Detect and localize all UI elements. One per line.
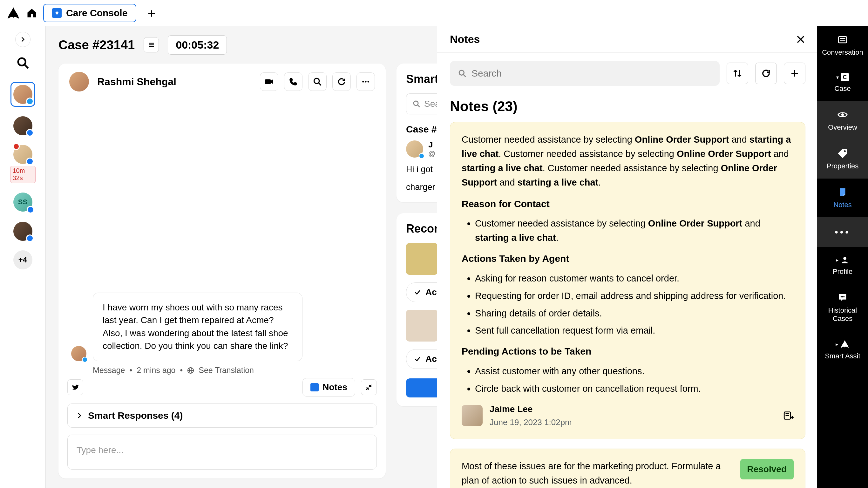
svg-rect-5 xyxy=(265,80,271,84)
note-bullet: Customer needed assistance by selecting … xyxy=(475,216,794,245)
assist-logo-icon xyxy=(840,339,849,349)
customer-avatar xyxy=(69,72,89,92)
rail-smart-assist[interactable]: ▸ Smart Assit xyxy=(817,331,868,369)
note-card: Most of these issues are for the marketi… xyxy=(450,449,805,488)
tab-bar: ✦ Care Console ＋ xyxy=(0,0,868,26)
chevron-right-icon xyxy=(76,412,83,419)
refresh-notes-button[interactable] xyxy=(755,63,777,84)
message-avatar xyxy=(71,346,86,361)
check-icon xyxy=(414,289,421,296)
caret-down-icon: ▾ xyxy=(836,74,839,81)
case-id: Case #23141 xyxy=(58,38,135,52)
message-meta: Message • 2 mins ago • See Translation xyxy=(93,366,373,375)
facebook-badge-icon xyxy=(26,235,34,242)
avatar xyxy=(13,145,32,164)
video-call-button[interactable] xyxy=(260,72,278,91)
facebook-badge-icon xyxy=(26,158,34,165)
note-action-icon[interactable] xyxy=(783,410,794,421)
note-bullet: Circle back with customer on cancellatio… xyxy=(475,382,794,396)
voice-call-button[interactable] xyxy=(284,72,303,91)
add-tab-button[interactable]: ＋ xyxy=(145,4,158,22)
avatar xyxy=(406,141,423,158)
app-logo-icon xyxy=(6,6,20,20)
note-section-heading: Pending Actions to be Taken xyxy=(462,344,794,359)
svg-point-31 xyxy=(841,296,842,297)
notes-header-title: Notes xyxy=(450,33,480,45)
rail-overview[interactable]: Overview xyxy=(817,101,868,140)
message-input[interactable]: Type here... xyxy=(67,435,377,469)
svg-point-32 xyxy=(842,296,843,297)
conversation-5[interactable] xyxy=(10,222,36,241)
note-bullet: Sharing details of order details. xyxy=(475,306,794,321)
note-bullet: Assist customer with any other questions… xyxy=(475,364,794,378)
recommendation-image xyxy=(406,310,438,341)
message-bubble: I have worn my shoes out with so many ra… xyxy=(93,293,303,361)
smart-responses-toggle[interactable]: Smart Responses (4) xyxy=(67,403,377,428)
right-rail: Conversation ▾ C Case Overview Propertie… xyxy=(817,26,868,488)
more-count: +4 xyxy=(13,250,32,269)
svg-point-29 xyxy=(844,150,846,152)
notes-toolbar: Search xyxy=(437,53,818,94)
notes-header: Notes xyxy=(437,26,818,53)
channel-twitter-icon[interactable] xyxy=(67,379,83,395)
notes-search-input[interactable]: Search xyxy=(450,61,720,86)
conversation-4[interactable]: SS xyxy=(10,192,36,212)
notes-list: Customer needed assistance by selecting … xyxy=(437,122,818,488)
person-icon xyxy=(840,255,849,264)
resolved-badge: Resolved xyxy=(740,459,794,479)
rail-historical-cases[interactable]: Historical Cases xyxy=(817,284,868,331)
note-author-name: Jaime Lee xyxy=(490,402,572,416)
conversation-3[interactable]: 10m 32s xyxy=(10,145,36,183)
rail-more[interactable]: ••• xyxy=(817,217,868,247)
rail-notes[interactable]: Notes xyxy=(817,179,868,217)
svg-line-15 xyxy=(417,105,420,107)
add-note-button[interactable] xyxy=(784,63,805,84)
svg-point-30 xyxy=(843,257,846,260)
translate-link[interactable]: See Translation xyxy=(198,366,254,375)
avatar xyxy=(13,222,32,241)
search-icon[interactable] xyxy=(17,57,29,69)
collapse-button[interactable] xyxy=(361,379,377,395)
alert-badge-icon xyxy=(13,143,20,150)
rail-conversation[interactable]: Conversation xyxy=(817,26,868,65)
rail-properties[interactable]: Properties xyxy=(817,140,868,179)
chat-header: Rashmi Shehgal xyxy=(58,64,386,100)
refresh-button[interactable] xyxy=(332,72,351,91)
caret-right-icon: ▸ xyxy=(836,341,838,347)
customer-name: Rashmi Shehgal xyxy=(97,76,176,88)
rail-profile[interactable]: ▸ Profile xyxy=(817,247,868,284)
svg-point-10 xyxy=(368,81,369,82)
active-tab[interactable]: ✦ Care Console xyxy=(43,4,136,22)
chat-search-button[interactable] xyxy=(308,72,327,91)
sort-button[interactable] xyxy=(726,63,748,84)
expand-rail-button[interactable] xyxy=(15,32,31,47)
chat-icon xyxy=(837,292,848,303)
recommendation-image xyxy=(406,243,438,275)
rail-case[interactable]: ▾ C Case xyxy=(817,65,868,101)
notes-panel: Notes Search Notes (23) xyxy=(437,26,818,488)
svg-point-6 xyxy=(314,79,319,84)
note-intro: Customer needed assistance by selecting … xyxy=(462,132,794,190)
conversation-timer: 10m 32s xyxy=(10,166,36,183)
svg-point-0 xyxy=(18,58,25,65)
left-rail: 10m 32s SS +4 xyxy=(0,26,46,488)
case-menu-button[interactable] xyxy=(144,37,159,53)
note-bullet: Sent full cancellation request form via … xyxy=(475,324,794,338)
conversation-1[interactable] xyxy=(10,82,36,107)
note-footer: Jaime Lee June 19, 2023 1:02pm xyxy=(462,402,794,429)
note-bullet: Asking for reason customer wants to canc… xyxy=(475,271,794,285)
note-date: June 19, 2023 1:02pm xyxy=(490,416,572,429)
search-icon xyxy=(458,69,466,78)
more-options-button[interactable] xyxy=(356,72,375,91)
svg-point-28 xyxy=(841,114,844,116)
svg-point-8 xyxy=(362,81,364,82)
more-conversations[interactable]: +4 xyxy=(10,250,36,269)
close-notes-button[interactable] xyxy=(796,35,805,44)
conversation-2[interactable] xyxy=(10,116,36,135)
twitter-badge-icon xyxy=(82,357,88,363)
home-icon[interactable] xyxy=(26,7,37,19)
open-notes-button[interactable]: Notes xyxy=(303,378,355,396)
facebook-badge-icon xyxy=(26,129,34,136)
svg-point-18 xyxy=(459,70,464,75)
chat-body: I have worn my shoes out with so many ra… xyxy=(58,100,386,378)
